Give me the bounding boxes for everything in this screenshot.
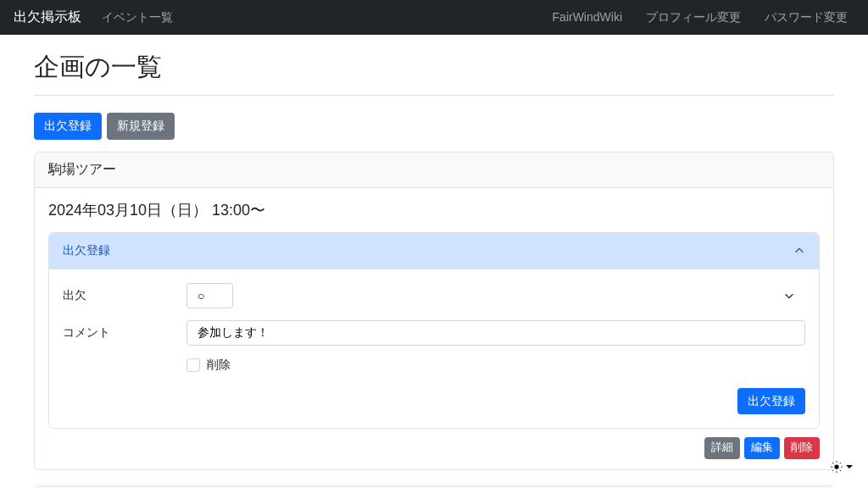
navbar: 出欠掲示板 イベント一覧 FairWindWiki プロフィール変更 パスワード… — [0, 0, 868, 35]
chevron-down-icon — [783, 290, 795, 302]
page-title: 企画の一覧 — [34, 50, 834, 85]
accordion-body: 出欠 ○ コメント — [49, 269, 819, 429]
nav-link-profile[interactable]: プロフィール変更 — [639, 10, 748, 25]
attendance-select[interactable]: ○ — [186, 283, 233, 308]
accordion-label: 出欠登録 — [63, 243, 110, 258]
attendance-label: 出欠 — [63, 288, 186, 303]
delete-checkbox[interactable] — [186, 358, 200, 372]
delete-button[interactable]: 削除 — [784, 437, 820, 459]
comment-input[interactable] — [186, 320, 805, 346]
top-button-row: 出欠登録 新規登録 — [34, 113, 834, 140]
svg-line-8 — [840, 463, 841, 463]
navbar-brand[interactable]: 出欠掲示板 — [14, 8, 81, 26]
theme-toggle[interactable] — [831, 461, 853, 473]
caret-down-icon — [846, 465, 853, 469]
event-card-header: 駒場ツアー — [35, 152, 833, 188]
attendance-submit-button[interactable]: 出欠登録 — [737, 388, 805, 415]
accordion-header[interactable]: 出欠登録 — [49, 233, 819, 269]
event-card: 駒場ツアー 2024年03月10日（日） 13:00〜 出欠登録 出欠 ○ — [34, 152, 834, 470]
nav-link-password[interactable]: パスワード変更 — [758, 10, 854, 25]
event-datetime: 2024年03月10日（日） 13:00〜 — [48, 200, 820, 220]
svg-point-0 — [834, 464, 838, 469]
new-register-button[interactable]: 新規登録 — [107, 113, 175, 140]
title-divider — [34, 95, 834, 96]
delete-checkbox-label: 削除 — [207, 358, 231, 373]
attendance-register-button[interactable]: 出欠登録 — [34, 113, 102, 140]
sun-icon — [831, 461, 843, 473]
svg-line-5 — [832, 463, 833, 463]
nav-link-events[interactable]: イベント一覧 — [95, 10, 180, 25]
action-row: 詳細 編集 削除 — [48, 437, 820, 459]
edit-button[interactable]: 編集 — [744, 437, 780, 459]
comment-label: コメント — [63, 325, 186, 341]
attendance-accordion: 出欠登録 出欠 ○ — [48, 232, 820, 430]
detail-button[interactable]: 詳細 — [704, 437, 740, 459]
nav-link-wiki[interactable]: FairWindWiki — [546, 10, 629, 25]
chevron-up-icon — [793, 245, 805, 257]
svg-line-7 — [832, 470, 833, 471]
svg-line-6 — [840, 470, 841, 471]
